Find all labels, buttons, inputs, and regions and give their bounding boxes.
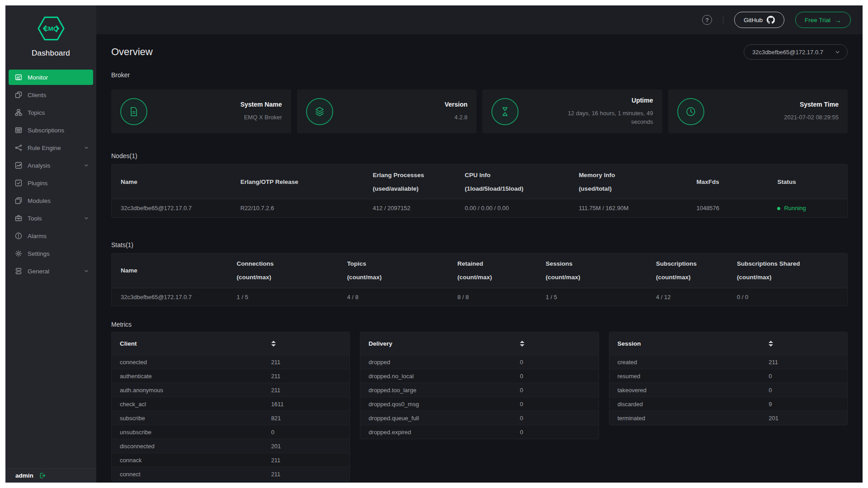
metric-table-title: Delivery [360,340,520,347]
node-memory-cell: 111.75M / 162.90M [579,199,696,217]
list-item: dropped0 [360,355,598,369]
arrow-right-icon: → [835,16,841,24]
sidebar-item-alarms[interactable]: Alarms [9,228,93,244]
list-item: discarded9 [609,397,847,411]
node-otp-cell: R22/10.7.2.6 [241,199,373,217]
clock-icon [677,98,704,125]
sidebar-item-general[interactable]: General [9,263,93,279]
column-header: Name [121,267,237,274]
sidebar: EMQ Dashboard Monitor Clients [5,5,96,483]
sidebar-item-label: Plugins [28,180,47,187]
list-item: dropped.no_local0 [360,369,598,383]
column-header: Subscriptions Shared [737,260,847,267]
column-header: CPU Info [465,172,579,178]
sidebar-item-subscriptions[interactable]: Subscriptions [9,122,93,138]
help-icon[interactable]: ? [702,15,712,25]
sidebar-item-label: Modules [28,197,51,204]
metric-table-title: Session [609,340,769,347]
modules-icon [15,197,22,204]
column-header: Name [121,178,241,185]
nodes-table: Name Erlang/OTP Release Erlang Processes… [111,164,848,218]
column-header: Erlang/OTP Release [241,178,373,185]
chevron-down-icon [835,50,840,55]
stats-subscriptions-shared-cell: 0 / 0 [737,288,847,306]
stats-retained-cell: 8 / 8 [458,288,546,306]
list-item: resumed0 [609,369,847,383]
column-subheader: (used/avaliable) [373,185,465,192]
status-badge: Running [784,205,806,211]
sidebar-item-analysis[interactable]: Analysis [9,158,93,173]
topbar: ? GitHub Free Trial → [96,5,863,34]
broker-card-value: 12 days, 16 hours, 1 minutes, 49 seconds [550,109,653,127]
broker-card-value: 2021-07-02 08:29:55 [784,113,839,122]
broker-card-title: System Time [784,101,839,108]
sort-icon[interactable] [520,341,524,347]
logout-icon[interactable] [39,472,46,479]
sidebar-item-label: Rule Engine [28,145,61,151]
plugins-icon [15,179,22,187]
sidebar-item-label: Tools [28,215,42,222]
github-icon [767,16,775,24]
sort-icon[interactable] [769,341,773,347]
column-header: Sessions [546,260,656,267]
sort-icon[interactable] [271,341,276,347]
github-button-label: GitHub [744,17,763,23]
analysis-icon [15,162,22,169]
sidebar-item-clients[interactable]: Clients [9,87,93,103]
column-subheader: (count/max) [458,274,546,281]
rule-engine-icon [15,144,22,151]
subscriptions-icon [15,127,22,134]
column-subheader: (count/max) [737,274,847,281]
node-name-cell: 32c3dbefbe65@172.17.0.7 [112,199,241,217]
github-button[interactable]: GitHub [734,12,784,28]
topics-icon [15,109,22,116]
column-subheader: (used/total) [579,185,696,192]
node-status-cell: Running [777,199,847,217]
chevron-down-icon [84,163,89,168]
general-icon [15,267,22,275]
sidebar-item-label: Clients [28,92,46,99]
node-selector[interactable]: 32c3dbefbe65@172.17.0.7 [744,44,848,60]
column-subheader: (count/max) [546,274,656,281]
list-item: authenticate211 [112,369,349,383]
broker-card-version: Version 4.2.8 [297,89,477,133]
node-selector-value: 32c3dbefbe65@172.17.0.7 [752,49,823,56]
broker-card-value: EMQ X Broker [241,113,282,122]
column-header: Memory Info [579,172,696,178]
column-subheader: (1load/5load/15load) [465,185,579,192]
hourglass-icon [491,98,519,125]
column-header: Subscriptions [656,260,737,267]
chevron-down-icon [84,145,89,150]
broker-card-title: Uptime [550,97,653,104]
sidebar-item-plugins[interactable]: Plugins [9,175,93,191]
sidebar-item-label: General [28,268,49,275]
column-header: Erlang Processes [373,172,465,178]
list-item: created211 [609,355,847,369]
sidebar-item-modules[interactable]: Modules [9,193,93,208]
free-trial-button[interactable]: Free Trial → [795,12,851,28]
broker-cards: System Name EMQ X Broker Version 4.2.8 [111,89,848,133]
metrics-table-client: Client connected211 authenticate211 auth… [111,332,350,481]
list-item: subscribe821 [112,411,349,425]
list-item: disconnected201 [112,439,349,453]
column-subheader: (count/max) [237,274,347,281]
sidebar-item-label: Subscriptions [28,127,64,134]
stats-section-label: Stats(1) [111,241,848,249]
sidebar-item-settings[interactable]: Settings [9,246,93,261]
list-item: unsubscribe0 [112,425,349,439]
main-area: ? GitHub Free Trial → Overview 32c3dbefb… [96,5,863,483]
list-item: connected211 [112,355,349,369]
document-icon [120,98,147,125]
sidebar-item-monitor[interactable]: Monitor [9,70,93,85]
list-item: takeovered0 [609,383,847,397]
dashboard-title: Dashboard [5,49,96,58]
page-title: Overview [111,46,153,58]
list-item: check_acl1611 [112,397,349,411]
sidebar-item-tools[interactable]: Tools [9,211,93,226]
metrics-table-delivery: Delivery dropped0 dropped.no_local0 drop… [360,332,599,439]
sidebar-item-topics[interactable]: Topics [9,105,93,120]
alarms-icon [15,232,22,239]
sidebar-item-rule-engine[interactable]: Rule Engine [9,140,93,155]
topbar-divider [723,15,723,24]
broker-section-label: Broker [111,71,848,79]
